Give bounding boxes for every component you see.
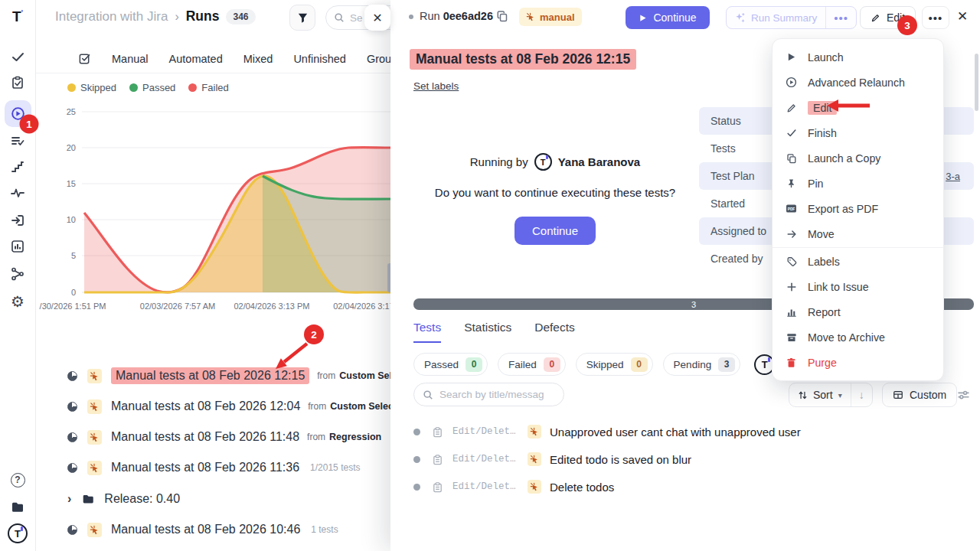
- test-row[interactable]: Edit/Delet… Edited todo is saved on blur: [413, 445, 965, 473]
- menu-item-purge[interactable]: Purge: [773, 350, 943, 375]
- run-meta: 1 tests: [311, 524, 338, 535]
- sort-direction-icon[interactable]: ↓: [851, 389, 872, 401]
- tab-statistics[interactable]: Statistics: [464, 321, 511, 343]
- continue-cta-button[interactable]: Continue: [514, 217, 596, 245]
- test-title[interactable]: Delete todos: [550, 481, 614, 494]
- checklist-icon[interactable]: [8, 131, 28, 151]
- run-summary-more-icon[interactable]: •••: [826, 11, 856, 24]
- archive-icon: [785, 332, 798, 343]
- tab-manual[interactable]: Manual: [112, 53, 149, 65]
- test-plans-icon[interactable]: [8, 73, 28, 93]
- chevron-right-icon: ›: [175, 10, 178, 24]
- run-summary-button[interactable]: Run Summary •••: [726, 6, 857, 29]
- milestones-icon[interactable]: [8, 157, 28, 177]
- status-dot-icon: [409, 15, 413, 19]
- runner-name: Yana Baranova: [558, 155, 641, 168]
- menu-item-pin[interactable]: Pin: [773, 171, 943, 196]
- run-title[interactable]: Manual tests at 08 Feb 2026 11:48: [111, 430, 299, 444]
- tab-tests[interactable]: Tests: [413, 321, 441, 343]
- chip-pending[interactable]: Pending3: [663, 353, 741, 376]
- run-id: Run 0ee6ad26: [420, 10, 493, 22]
- branches-icon[interactable]: [8, 264, 28, 284]
- test-row[interactable]: Edit/Delet… Delete todos: [413, 473, 965, 500]
- step-2-marker: 2: [311, 329, 317, 341]
- tab-unfinished[interactable]: Unfinished: [293, 53, 346, 65]
- select-runs-icon[interactable]: [78, 52, 91, 65]
- sidebar-item-runs[interactable]: [5, 100, 31, 127]
- run-row[interactable]: Manual tests at 08 Feb 2026 12:04 from C…: [36, 392, 390, 421]
- set-labels-link[interactable]: Set labels: [413, 80, 459, 92]
- continue-button[interactable]: Continue: [626, 6, 710, 29]
- runs-filter-tabs: Manual Automated Mixed Unfinished Groups: [36, 44, 390, 73]
- manual-run-icon: [87, 461, 102, 475]
- import-icon[interactable]: [8, 210, 28, 230]
- run-title[interactable]: Manual tests at 08 Feb 2026 12:15: [111, 367, 309, 384]
- test-row[interactable]: Edit/Delet… Unapproved user cant chat wi…: [413, 418, 965, 445]
- help-icon[interactable]: ?: [8, 470, 28, 490]
- copy-icon[interactable]: [496, 10, 508, 25]
- settings-gear-icon[interactable]: ⚙: [8, 292, 28, 311]
- expand-chevron-icon[interactable]: ›: [67, 492, 71, 506]
- menu-item-export-pdf[interactable]: PDF Export as PDF: [773, 196, 943, 221]
- menu-item-report[interactable]: Report: [773, 299, 943, 324]
- chip-failed[interactable]: Failed0: [498, 353, 566, 376]
- custom-view-button[interactable]: Custom: [882, 383, 957, 407]
- play-circle-icon: [785, 77, 798, 88]
- menu-item-move[interactable]: Move: [773, 221, 943, 246]
- panel-close-button[interactable]: ✕: [364, 5, 390, 31]
- tab-automated[interactable]: Automated: [169, 53, 223, 65]
- run-row[interactable]: Manual tests at 08 Feb 2026 11:36 1/2015…: [36, 453, 390, 482]
- run-title[interactable]: Manual tests at 08 Feb 2026 10:46: [111, 523, 300, 536]
- running-by-label: Running by: [470, 155, 528, 168]
- testplan-link[interactable]: 3-a: [946, 171, 960, 182]
- panel-scrollbar-thumb[interactable]: [975, 54, 978, 111]
- sliders-icon[interactable]: [957, 388, 970, 404]
- pdf-icon: PDF: [785, 204, 798, 214]
- run-row[interactable]: Manual tests at 08 Feb 2026 11:48 from R…: [36, 422, 390, 452]
- run-group-row[interactable]: › Release: 0.40: [36, 484, 390, 514]
- menu-item-finish[interactable]: Finish: [773, 120, 943, 145]
- menu-item-move-archive[interactable]: Move to Archive: [773, 324, 943, 350]
- run-progress-icon: [67, 525, 77, 535]
- archive-folder-icon[interactable]: [8, 497, 28, 517]
- skipped-count-badge: 0: [631, 357, 648, 372]
- sort-arrows-icon: [798, 390, 808, 400]
- filter-button[interactable]: [289, 5, 315, 31]
- user-avatar[interactable]: T: [8, 523, 28, 543]
- app-logo[interactable]: T': [12, 8, 23, 25]
- menu-item-edit[interactable]: Edit: [773, 95, 943, 120]
- run-from-label: from: [308, 401, 326, 412]
- pulse-icon[interactable]: [8, 183, 28, 203]
- edit-button[interactable]: Edit: [860, 6, 916, 29]
- run-title[interactable]: Manual tests at 08 Feb 2026 11:36: [111, 461, 299, 474]
- sort-control[interactable]: Sort ▾ ↓: [789, 383, 873, 407]
- run-title[interactable]: Manual tests at 08 Feb 2026 12:04: [111, 399, 300, 413]
- more-actions-button[interactable]: •••: [922, 6, 949, 29]
- svg-text:20: 20: [67, 143, 76, 152]
- menu-item-launch-copy[interactable]: Launch a Copy: [773, 145, 943, 171]
- breadcrumb-project[interactable]: Integration with Jira: [55, 9, 168, 24]
- menu-item-link-issue[interactable]: Link to Issue: [773, 274, 943, 299]
- manual-run-icon: [87, 430, 102, 445]
- tests-list: Edit/Delet… Unapproved user cant chat wi…: [413, 418, 965, 500]
- svg-text:/30/2026 1:51 PM: /30/2026 1:51 PM: [40, 302, 106, 311]
- tab-defects[interactable]: Defects: [534, 321, 575, 343]
- analytics-icon[interactable]: [8, 236, 28, 256]
- menu-item-advanced-relaunch[interactable]: Advanced Relaunch: [773, 70, 943, 95]
- menu-item-labels[interactable]: Labels: [773, 249, 943, 274]
- page-title: Runs: [186, 8, 220, 24]
- run-group-title[interactable]: Release: 0.40: [104, 492, 180, 506]
- chip-passed[interactable]: Passed0: [413, 353, 488, 376]
- test-title[interactable]: Edited todo is saved on blur: [550, 453, 691, 466]
- tab-mixed[interactable]: Mixed: [243, 53, 273, 65]
- menu-item-launch[interactable]: Launch: [773, 44, 943, 70]
- search-icon: [423, 390, 433, 400]
- run-row[interactable]: Manual tests at 08 Feb 2026 12:15 from C…: [36, 361, 390, 390]
- pending-count-badge: 3: [718, 357, 735, 372]
- chip-skipped[interactable]: Skipped0: [576, 353, 653, 376]
- tests-search-input[interactable]: [439, 389, 554, 400]
- run-row[interactable]: Manual tests at 08 Feb 2026 10:46 1 test…: [36, 515, 390, 544]
- tasks-check-icon[interactable]: [8, 47, 28, 67]
- test-title[interactable]: Unapproved user cant chat with unapprove…: [550, 425, 801, 439]
- close-panel-icon[interactable]: ✕: [957, 8, 968, 24]
